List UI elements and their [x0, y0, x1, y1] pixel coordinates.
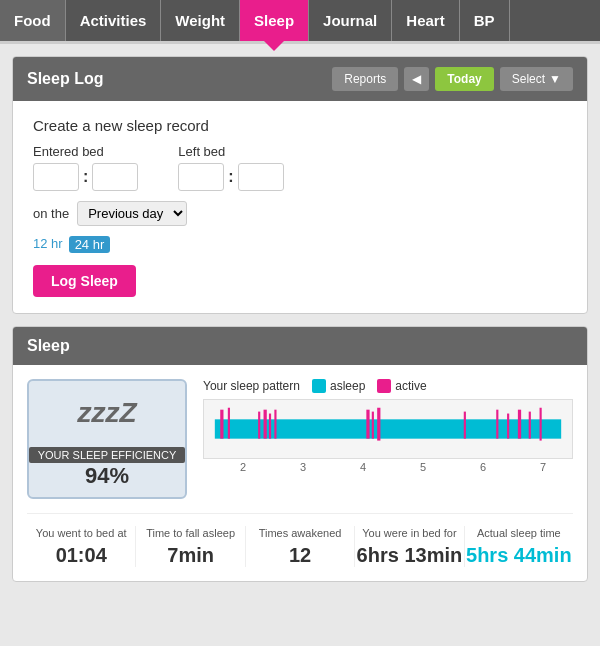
left-bed-label: Left bed	[178, 144, 283, 159]
header-controls: Reports ◀ Today Select ▼	[332, 67, 573, 91]
pattern-legend: Your sleep pattern asleep active	[203, 379, 573, 393]
left-bed-group: Left bed :	[178, 144, 283, 191]
stat-bedtime: You went to bed at 01:04	[27, 526, 136, 567]
svg-rect-2	[228, 408, 230, 439]
stat-actual-sleep-label: Actual sleep time	[465, 526, 573, 540]
zzz-icon: zzzZ	[77, 397, 136, 429]
label-3: 3	[300, 461, 306, 473]
svg-rect-3	[258, 412, 260, 439]
stat-bedtime-label: You went to bed at	[27, 526, 135, 540]
log-sleep-button[interactable]: Log Sleep	[33, 265, 136, 297]
select-button[interactable]: Select ▼	[500, 67, 573, 91]
active-color-box	[377, 379, 391, 393]
stat-awakened-label: Times awakened	[246, 526, 354, 540]
form-title: Create a new sleep record	[33, 117, 567, 134]
stat-awakened-value: 12	[246, 544, 354, 567]
stat-in-bed: You were in bed for 6hrs 13min	[355, 526, 464, 567]
today-button[interactable]: Today	[435, 67, 493, 91]
left-hour-input[interactable]	[178, 163, 224, 191]
chevron-down-icon: ▼	[549, 72, 561, 86]
sleep-log-header: Sleep Log Reports ◀ Today Select ▼	[13, 57, 587, 101]
label-6: 6	[480, 461, 486, 473]
tab-food[interactable]: Food	[0, 0, 66, 41]
reports-button[interactable]: Reports	[332, 67, 398, 91]
svg-rect-5	[269, 414, 271, 439]
svg-rect-12	[507, 414, 509, 439]
chart-svg	[204, 400, 572, 458]
svg-rect-14	[529, 412, 531, 439]
sleep-pattern-area: Your sleep pattern asleep active	[203, 379, 573, 499]
tab-sleep[interactable]: Sleep	[240, 0, 309, 41]
svg-rect-4	[264, 410, 267, 439]
entered-hour-input[interactable]	[33, 163, 79, 191]
tab-journal[interactable]: Journal	[309, 0, 392, 41]
svg-rect-1	[220, 410, 223, 439]
stats-row: You went to bed at 01:04 Time to fall as…	[27, 513, 573, 567]
day-select[interactable]: Previous day Today	[77, 201, 187, 226]
24hr-link[interactable]: 24 hr	[69, 236, 111, 253]
chart-labels: 2 3 4 5 6 7	[203, 459, 573, 473]
sleep-top-area: zzzZ YOUR SLEEP EFFICIENCY 94% Your slee…	[27, 379, 573, 499]
main-content: Sleep Log Reports ◀ Today Select ▼ Creat…	[0, 44, 600, 606]
time-separator-1: :	[83, 168, 88, 186]
stat-fall-asleep-label: Time to fall asleep	[136, 526, 244, 540]
efficiency-value: 94%	[85, 463, 129, 489]
svg-rect-13	[518, 410, 521, 439]
12hr-link[interactable]: 12 hr	[33, 236, 63, 253]
entered-bed-label: Entered bed	[33, 144, 138, 159]
tab-activities[interactable]: Activities	[66, 0, 162, 41]
tab-heart[interactable]: Heart	[392, 0, 459, 41]
sleep-log-body: Create a new sleep record Entered bed : …	[13, 101, 587, 313]
svg-rect-9	[377, 408, 380, 441]
pattern-title: Your sleep pattern	[203, 379, 300, 393]
stat-in-bed-label: You were in bed for	[355, 526, 463, 540]
stat-awakened: Times awakened 12	[246, 526, 355, 567]
prev-button[interactable]: ◀	[404, 67, 429, 91]
svg-rect-15	[540, 408, 542, 441]
stat-actual-sleep: Actual sleep time 5hrs 44min	[465, 526, 573, 567]
asleep-color-box	[312, 379, 326, 393]
entered-bed-group: Entered bed :	[33, 144, 138, 191]
stat-in-bed-value: 6hrs 13min	[355, 544, 463, 567]
stat-fall-asleep-value: 7min	[136, 544, 244, 567]
legend-active: active	[377, 379, 426, 393]
label-2: 2	[240, 461, 246, 473]
hr-toggle: 12 hr 24 hr	[33, 236, 567, 253]
sleep-section-card: Sleep zzzZ YOUR SLEEP EFFICIENCY 94% You…	[12, 326, 588, 582]
legend-asleep: asleep	[312, 379, 365, 393]
tab-weight[interactable]: Weight	[161, 0, 240, 41]
sleep-chart	[203, 399, 573, 459]
label-7: 7	[540, 461, 546, 473]
svg-rect-7	[366, 410, 369, 439]
left-bed-time: :	[178, 163, 283, 191]
sleep-section-body: zzzZ YOUR SLEEP EFFICIENCY 94% Your slee…	[13, 365, 587, 581]
active-label: active	[395, 379, 426, 393]
sleep-section-title: Sleep	[27, 337, 70, 354]
svg-rect-11	[496, 410, 498, 439]
svg-rect-8	[372, 412, 374, 439]
sleep-log-card: Sleep Log Reports ◀ Today Select ▼ Creat…	[12, 56, 588, 314]
entered-min-input[interactable]	[92, 163, 138, 191]
sleep-section-header: Sleep	[13, 327, 587, 365]
label-4: 4	[360, 461, 366, 473]
stat-actual-sleep-value: 5hrs 44min	[465, 544, 573, 567]
entered-bed-time: :	[33, 163, 138, 191]
time-separator-2: :	[228, 168, 233, 186]
on-the-label: on the	[33, 206, 69, 221]
day-selector-row: on the Previous day Today	[33, 201, 567, 226]
bed-time-row: Entered bed : Left bed :	[33, 144, 567, 191]
sleep-efficiency-box: zzzZ YOUR SLEEP EFFICIENCY 94%	[27, 379, 187, 499]
stat-bedtime-value: 01:04	[27, 544, 135, 567]
tab-bp[interactable]: BP	[460, 0, 510, 41]
efficiency-label: YOUR SLEEP EFFICIENCY	[29, 447, 185, 463]
asleep-label: asleep	[330, 379, 365, 393]
top-navigation: Food Activities Weight Sleep Journal Hea…	[0, 0, 600, 44]
svg-rect-6	[274, 410, 276, 439]
sleep-log-title: Sleep Log	[27, 70, 103, 88]
left-min-input[interactable]	[238, 163, 284, 191]
stat-fall-asleep: Time to fall asleep 7min	[136, 526, 245, 567]
label-5: 5	[420, 461, 426, 473]
svg-rect-10	[464, 412, 466, 439]
